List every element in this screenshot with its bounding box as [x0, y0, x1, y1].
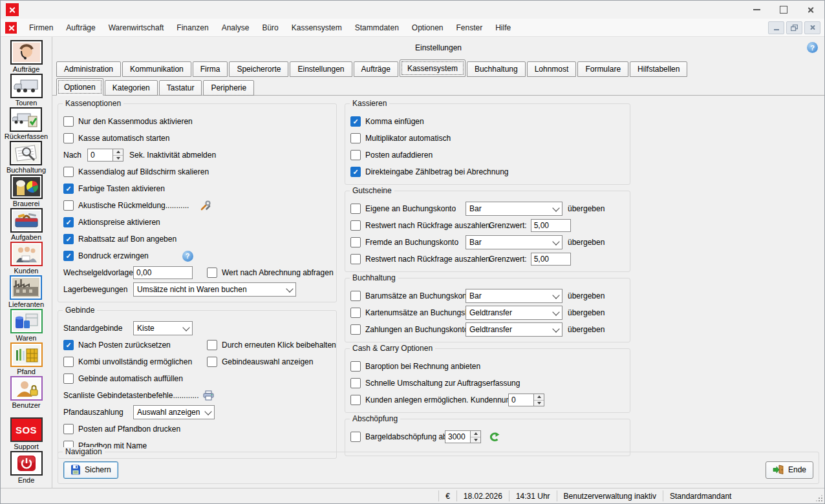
menu-hilfe[interactable]: Hilfe: [489, 21, 517, 35]
option-nur-kassenmodus[interactable]: Nur den Kassenmodus aktivieren: [63, 113, 331, 130]
auffuellen-checkbox[interactable]: [63, 373, 74, 384]
komma-checkbox[interactable]: [350, 116, 361, 127]
restwert-fremde-checkbox-group[interactable]: Restwert nach Rückfrage auszahlen.: [350, 254, 485, 264]
minimize-button[interactable]: [743, 1, 770, 19]
nach-posten-checkbox[interactable]: [63, 340, 74, 350]
help-icon[interactable]: [182, 251, 193, 262]
menu-warenwirtschaft[interactable]: Warenwirtschaft: [103, 21, 170, 35]
umschaltung-checkbox[interactable]: [350, 378, 361, 388]
tab-kassensystem[interactable]: Kassensystem: [400, 59, 466, 77]
posten-pfandbon-checkbox[interactable]: [63, 424, 74, 434]
option-komma[interactable]: Komma einfügen: [350, 113, 625, 130]
menu-analyse[interactable]: Analyse: [216, 21, 255, 35]
option-baroption[interactable]: Baroption bei Rechnung anbieten: [350, 358, 625, 375]
tab-formulare[interactable]: Formulare: [577, 61, 628, 77]
sidebar-item-pfand[interactable]: Pfand: [10, 342, 43, 375]
subtab-optionen[interactable]: Optionen: [56, 78, 103, 96]
tab-lohnmost[interactable]: Lohnmost: [527, 61, 577, 77]
option-kombi[interactable]: Kombi unvollständig ermöglichen: [63, 357, 207, 367]
menu-buero[interactable]: Büro: [256, 21, 284, 35]
bargeld-checkbox-group[interactable]: Bargeldabschöpfung ab: [350, 432, 440, 442]
fremde-konto-select[interactable]: Bar: [466, 235, 562, 249]
rabattsatz-checkbox[interactable]: [63, 234, 74, 244]
sidebar-item-lieferanten[interactable]: Lieferanten: [8, 275, 44, 308]
bondruck-checkbox[interactable]: [63, 251, 74, 261]
kartenumsaetze-checkbox[interactable]: [350, 308, 361, 318]
spinner-up-button[interactable]: [471, 431, 480, 437]
menu-kassensystem[interactable]: Kassensystem: [286, 21, 348, 35]
option-gebindeauswahl[interactable]: Gebindeauswahl anzeigen: [207, 357, 313, 367]
sidebar-item-auftraege[interactable]: Aufträge: [10, 40, 43, 73]
mdi-close-button[interactable]: [804, 21, 820, 34]
restwert-fremde-checkbox[interactable]: [350, 254, 361, 264]
close-button[interactable]: [797, 1, 824, 19]
spinner-down-button[interactable]: [113, 155, 123, 162]
tab-kommunikation[interactable]: Kommunikation: [122, 61, 191, 77]
eigene-checkbox-group[interactable]: Eigene an Buchungskonto: [350, 204, 466, 214]
help-icon[interactable]: [807, 42, 818, 53]
kombi-checkbox[interactable]: [63, 357, 74, 367]
dialog-skalieren-checkbox[interactable]: [63, 167, 74, 177]
pfandauszahlung-select[interactable]: Auswahl anzeigen: [133, 405, 215, 419]
zahlungen-checkbox[interactable]: [350, 324, 361, 335]
barumsaetze-checkbox-group[interactable]: Barumsätze an Buchungskonto: [350, 291, 466, 301]
ende-button[interactable]: Ende: [766, 461, 813, 479]
menu-optionen[interactable]: Optionen: [406, 21, 449, 35]
sidebar-item-waren[interactable]: Waren: [10, 309, 43, 342]
bargeld-checkbox[interactable]: [350, 432, 361, 442]
option-direkteingabe[interactable]: Direkteingabe Zählbetrag bei Abrechnung: [350, 163, 625, 180]
tab-speicherorte[interactable]: Speicherorte: [229, 61, 288, 77]
sidebar-item-benutzer[interactable]: Benutzer: [10, 376, 43, 409]
reset-button[interactable]: [489, 432, 500, 442]
option-posten-pfandbon[interactable]: Posten auf Pfandbon drucken: [63, 421, 331, 437]
tab-buchhaltung[interactable]: Buchhaltung: [467, 61, 526, 77]
farbige-tasten-checkbox[interactable]: [63, 184, 74, 194]
kundennummern-input[interactable]: [508, 394, 534, 406]
sidebar-item-touren[interactable]: Touren: [10, 74, 43, 107]
spinner-down-button[interactable]: [534, 400, 544, 406]
mdi-restore-button[interactable]: [786, 21, 802, 34]
option-bondruck[interactable]: Bondruck erzwingen: [63, 247, 331, 264]
inaktivitaet-input[interactable]: [87, 149, 113, 162]
menu-firmen[interactable]: Firmen: [23, 21, 59, 35]
option-aktionspreise[interactable]: Aktionspreise aktivieren: [63, 214, 331, 231]
option-multiplikator[interactable]: Multiplikator automatisch: [350, 130, 625, 147]
sidebar-item-buchhaltung[interactable]: Buchhaltung: [6, 141, 46, 174]
configure-sound-button[interactable]: [200, 200, 211, 211]
option-umschaltung[interactable]: Schnelle Umschaltung zur Auftragserfassu…: [350, 375, 625, 392]
aufaddieren-checkbox[interactable]: [350, 150, 361, 160]
sidebar-item-support[interactable]: SOS Support: [10, 417, 43, 450]
zahlungen-checkbox-group[interactable]: Zahlungen an Buchungskonto: [350, 324, 466, 335]
menu-fenster[interactable]: Fenster: [451, 21, 489, 35]
sidebar-item-ende[interactable]: Ende: [10, 451, 43, 484]
subtab-peripherie[interactable]: Peripherie: [203, 80, 254, 96]
barumsaetze-checkbox[interactable]: [350, 291, 361, 301]
barumsaetze-konto-select[interactable]: Bar: [466, 289, 562, 303]
multiplikator-checkbox[interactable]: [350, 133, 361, 143]
resize-grip[interactable]: [815, 488, 824, 503]
subtab-kategorien[interactable]: Kategorien: [105, 80, 158, 96]
eigene-konto-select[interactable]: Bar: [466, 202, 562, 216]
save-button[interactable]: Sichern: [63, 461, 118, 479]
restwert-eigene-checkbox[interactable]: [350, 220, 361, 231]
kunden-anlegen-checkbox-group[interactable]: Kunden anlegen ermöglichen. Kundennummer…: [350, 395, 503, 405]
fremde-checkbox[interactable]: [350, 237, 361, 247]
spinner-up-button[interactable]: [113, 149, 123, 155]
standardgebinde-select[interactable]: Kiste: [133, 321, 193, 335]
maximize-button[interactable]: [770, 1, 797, 19]
sidebar-item-rueckerfassen[interactable]: Rückerfassen: [5, 107, 48, 140]
option-farbige-tasten[interactable]: Farbige Tasten aktivieren: [63, 180, 331, 197]
zahlungen-konto-select[interactable]: Geldtransfer: [466, 322, 562, 337]
menu-finanzen[interactable]: Finanzen: [171, 21, 214, 35]
tab-auftraege[interactable]: Aufträge: [354, 61, 398, 77]
sidebar-item-brauerei[interactable]: Brauerei: [10, 174, 43, 207]
sidebar-item-aufgaben[interactable]: Aufgaben: [10, 208, 43, 241]
aktionspreise-checkbox[interactable]: [63, 217, 74, 227]
sidebar-item-kunden[interactable]: Kunden: [10, 242, 43, 275]
baroption-checkbox[interactable]: [350, 361, 361, 372]
kasse-autostart-checkbox[interactable]: [63, 133, 74, 143]
option-nach-posten[interactable]: Nach Posten zurücksetzen: [63, 340, 207, 350]
grenzwert-eigene-input[interactable]: [531, 219, 571, 232]
menu-auftraege[interactable]: Aufträge: [60, 21, 101, 35]
option-dialog-skalieren[interactable]: Kassendialog auf Bildschirm skalieren: [63, 163, 331, 180]
